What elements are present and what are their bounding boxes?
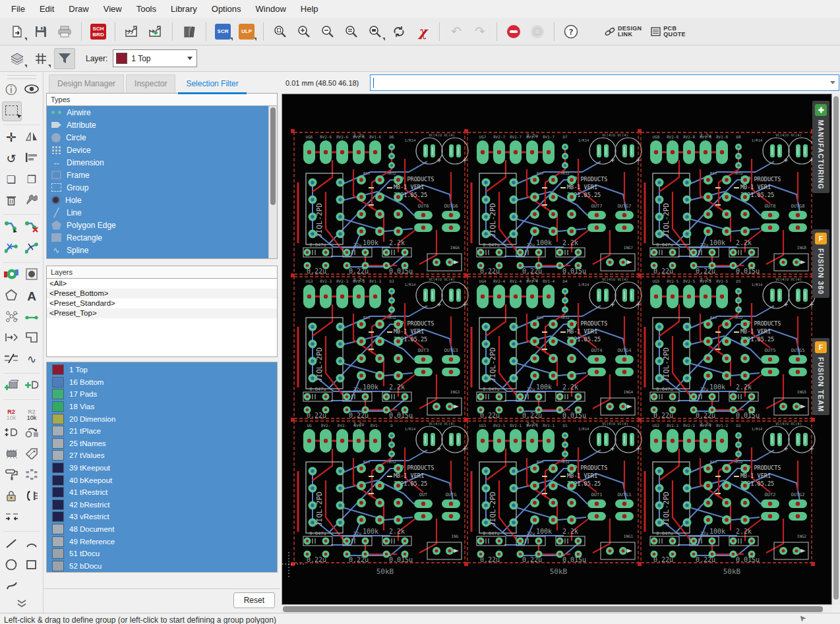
pcb-board-4[interactable]: UG38V2-38V2-38V1-38V1-3D31/R14VC(4)U VC(… [294, 277, 468, 419]
cam-processor-button[interactable] [121, 21, 142, 42]
move-tool-button[interactable]: ✛ [1, 128, 21, 148]
add-part-tool-button[interactable] [1, 376, 21, 396]
add-gate-tool-button[interactable] [22, 376, 42, 396]
route-tool-button[interactable] [1, 218, 21, 238]
more-tools-button[interactable] [12, 598, 32, 611]
layer-item-27[interactable]: 27 tValues [48, 449, 276, 462]
layer-item-48[interactable]: 48 Document [48, 523, 276, 536]
zoom-out-button[interactable] [317, 21, 338, 42]
ripup-tool-button[interactable] [22, 218, 42, 238]
library-button[interactable] [179, 21, 200, 42]
rectangle-tool-button[interactable] [22, 556, 42, 576]
airwire-hide-tool-button[interactable] [1, 350, 21, 370]
menu-item-draw[interactable]: Draw [61, 1, 96, 17]
ulp-button[interactable]: ULP [236, 21, 257, 42]
circle-tool-button[interactable] [1, 556, 21, 576]
align-tool-button[interactable] [22, 149, 42, 169]
menu-item-file[interactable]: File [4, 1, 32, 17]
layer-item-1[interactable]: 1 Top [48, 364, 276, 376]
hole-tool-button[interactable] [22, 266, 42, 285]
preset-item-all[interactable]: <All> [47, 279, 277, 289]
layer-item-51[interactable]: 51 tDocu [48, 548, 276, 560]
arc-tool-button[interactable] [22, 535, 42, 555]
types-scrollbar[interactable] [268, 106, 277, 258]
layer-dropdown[interactable]: 1 Top [113, 49, 197, 67]
pcb-board-6[interactable]: UG58V2-58V2-58V1-58V1-5D51/R14VC(4)U VC(… [641, 277, 815, 419]
help-button[interactable]: ? [560, 21, 582, 42]
rotate-tool-button[interactable]: ↺ [1, 149, 21, 169]
type-item-airwire[interactable]: Airwire [47, 106, 277, 119]
print-button[interactable] [54, 21, 75, 42]
pcb-board-8[interactable]: UG18V2-18V2-18V1-18V1-1D11/R14VC(4)U VC(… [467, 421, 642, 563]
shrink-tool-button[interactable] [2, 508, 22, 528]
preset-item-preset_standard[interactable]: <Preset_Standard> [47, 298, 277, 308]
pcb-board-2[interactable]: UG78V2-78V2-78V1-78V1-7D71/R14VC(4)U VC(… [467, 132, 642, 275]
zoom-select-button[interactable] [341, 21, 362, 42]
tab-selection-filter[interactable]: Selection Filter [177, 74, 247, 93]
menu-item-help[interactable]: Help [293, 1, 326, 17]
save-button[interactable] [30, 21, 51, 42]
sch-brd-button[interactable]: SCHBRD [88, 21, 109, 42]
grid-button[interactable] [30, 48, 51, 69]
vertical-scrollbar[interactable] [832, 94, 840, 605]
layer-item-41[interactable]: 41 tRestrict [48, 486, 276, 499]
net-tool-button[interactable] [22, 308, 42, 327]
eye-tool-button[interactable] [22, 80, 42, 100]
menu-item-options[interactable]: Options [204, 1, 249, 17]
tab-design-manager[interactable]: Design Manager [49, 74, 124, 93]
zoom-fit-button[interactable] [270, 21, 291, 42]
wrench-tool-button[interactable] [22, 191, 42, 211]
paint-tool-button[interactable] [1, 466, 21, 486]
layer-item-43[interactable]: 43 vRestrict [48, 511, 276, 523]
zoom-in-button[interactable] [293, 21, 315, 42]
meander-tool-button[interactable]: ∿ [22, 350, 42, 370]
layer-item-40[interactable]: 40 bKeepout [48, 474, 276, 486]
side-tab-fusion-360[interactable]: FFUSION 360 [812, 229, 829, 298]
pcb-board-1[interactable]: UG68V2-68V2-68V1-68V1-6D61/R14VC(4)U VC(… [294, 132, 468, 275]
stop-command-button[interactable]: χ [412, 21, 433, 42]
tab-inspector[interactable]: Inspector [126, 74, 175, 93]
pcb-board-7[interactable]: UG8V2-8V2-8V1-8V1-D1/R14VC(4)U VC(4)IRP … [294, 421, 468, 563]
layer-item-21[interactable]: 21 tPlace [48, 425, 276, 438]
type-item-rectangle[interactable]: Rectangle [47, 231, 277, 244]
pcb-board-5[interactable]: UG48V2-48V2-48V1-48V1-4D41/R14VC(4)U VC(… [467, 277, 642, 419]
name-tool-button[interactable]: R210k [1, 403, 21, 422]
array-tool-button[interactable] [22, 466, 42, 486]
layer-item-18[interactable]: 18 Vias [48, 401, 276, 413]
polygon-tool-button[interactable] [1, 287, 21, 306]
menu-item-library[interactable]: Library [164, 1, 204, 17]
gate-swap-tool-button[interactable] [1, 424, 21, 443]
layer-item-16[interactable]: 16 Bottom [48, 376, 276, 389]
layer-settings-button[interactable] [7, 48, 28, 69]
text-tool-button[interactable]: A [22, 287, 42, 306]
layer-item-39[interactable]: 39 tKeepout [48, 462, 276, 474]
pcb-board-9[interactable]: UG28V2-28V2-28V1-28V1-2D21/R14VC(4)U VC(… [641, 421, 815, 563]
pcb-canvas[interactable]: UG68V2-68V2-68V1-68V1-6D61/R14VC(4)U VC(… [282, 94, 833, 606]
copy-tool-button[interactable]: ❏ [1, 170, 21, 190]
refresh-button[interactable] [388, 21, 409, 42]
scr-button[interactable]: SCR [212, 21, 233, 42]
layer-item-25[interactable]: 25 tNames [48, 438, 276, 450]
type-item-frame[interactable]: Frame [47, 169, 277, 181]
lock-tool-button[interactable] [1, 487, 21, 507]
stop-button[interactable] [503, 21, 524, 42]
type-item-spline[interactable]: Spline [47, 244, 277, 256]
type-item-device[interactable]: Device [47, 144, 277, 156]
side-tab-fusion-team[interactable]: FFUSION TEAM [812, 338, 829, 415]
pcb-canvas-viewport[interactable]: UG68V2-68V2-68V1-68V1-6D61/R14VC(4)U VC(… [282, 94, 832, 605]
vertical-scrollbar-thumb[interactable] [833, 96, 839, 600]
pcb-quote-button[interactable]: PCBQUOTE [647, 21, 689, 42]
group-select-tool-button[interactable] [2, 101, 22, 121]
ratsnest-tool-button[interactable] [1, 308, 21, 327]
side-tab-manufacturing[interactable]: ✚MANUFACTURING [812, 101, 829, 193]
replace-tool-button[interactable] [22, 424, 42, 443]
reset-button[interactable]: Reset [233, 592, 275, 608]
cam-output-button[interactable] [145, 21, 166, 42]
type-item-polygon-edge[interactable]: Polygon Edge [47, 219, 277, 231]
menu-item-tools[interactable]: Tools [129, 1, 164, 17]
menu-item-window[interactable]: Window [249, 1, 293, 17]
type-item-dimension[interactable]: Dimension [47, 156, 277, 169]
paste-tool-button[interactable]: ❐ [22, 170, 42, 190]
zoom-redraw-button[interactable] [365, 21, 386, 42]
horizontal-scrollbar-thumb[interactable] [283, 606, 823, 612]
